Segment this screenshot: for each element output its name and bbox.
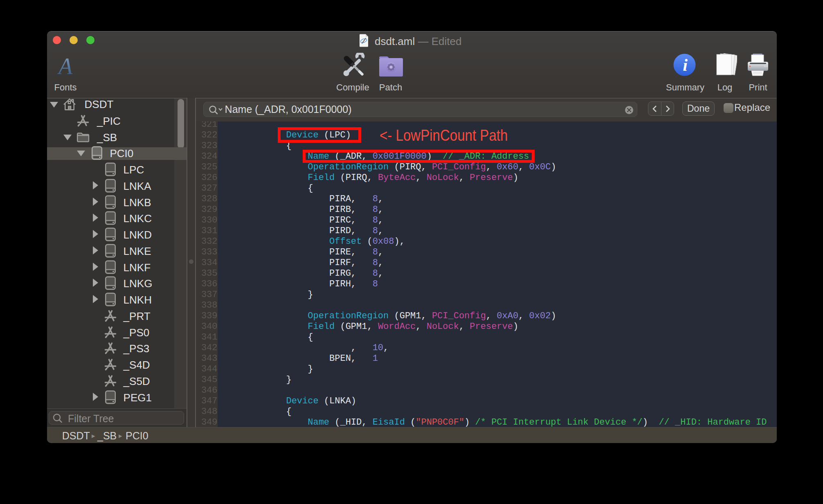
- svg-text:A: A: [57, 55, 73, 76]
- svg-text:i: i: [683, 56, 688, 74]
